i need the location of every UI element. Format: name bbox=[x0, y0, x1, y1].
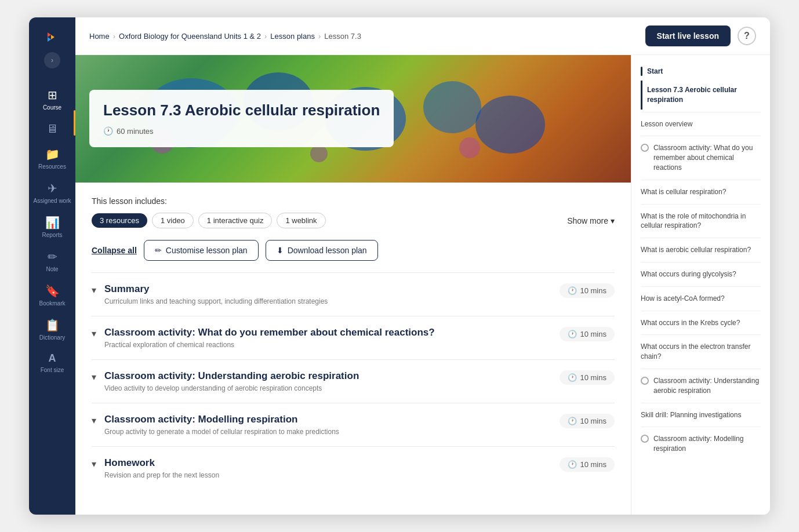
font-size-icon: A bbox=[49, 352, 56, 365]
customise-lesson-plan-button[interactable]: ✏ Customise lesson plan bbox=[144, 240, 259, 261]
sidebar-item-bookmark[interactable]: 🔖 Bookmark bbox=[29, 278, 75, 312]
clock-icon: 🕐 bbox=[103, 126, 113, 136]
sections-list: ▾ Summary Curriculum links and teaching … bbox=[92, 272, 615, 490]
sidebar-item-note[interactable]: ✏ Note bbox=[29, 244, 75, 278]
sidebar-toggle[interactable]: › bbox=[44, 52, 60, 68]
svg-marker-1 bbox=[51, 35, 55, 39]
start-live-lesson-button[interactable]: Start live lesson bbox=[645, 25, 731, 46]
tag-quiz[interactable]: 1 interactive quiz bbox=[198, 213, 273, 228]
rp-label-0: Lesson 7.3 Aerobic cellular respiration bbox=[647, 85, 761, 105]
section-desc-summary: Curriculum links and teaching support, i… bbox=[104, 297, 551, 305]
section-chevron-3[interactable]: ▾ bbox=[92, 415, 96, 426]
right-panel-start: Start bbox=[641, 67, 761, 76]
rp-divider-4 bbox=[641, 238, 761, 238]
breadcrumb-book[interactable]: Oxford Biology for Queensland Units 1 & … bbox=[119, 32, 261, 41]
collapse-all-button[interactable]: Collapse all bbox=[92, 246, 137, 255]
circle-indicator-2 bbox=[641, 144, 649, 152]
tag-weblink[interactable]: 1 weblink bbox=[277, 213, 325, 228]
sidebar-item-course[interactable]: ⊞ Course bbox=[29, 82, 75, 116]
circle-indicator-10 bbox=[641, 377, 649, 385]
rp-item-8[interactable]: What occurs in the Krebs cycle? bbox=[641, 314, 761, 333]
tag-video[interactable]: 1 video bbox=[152, 213, 194, 228]
rp-label-10: Classroom activity: Understanding aerobi… bbox=[653, 376, 761, 396]
sidebar-item-course-label: Course bbox=[43, 104, 61, 111]
download-icon: ⬇ bbox=[277, 246, 284, 255]
rp-label-8: What occurs in the Krebs cycle? bbox=[641, 318, 740, 328]
breadcrumb-lesson-plans[interactable]: Lesson plans bbox=[270, 32, 315, 41]
rp-item-10[interactable]: Classroom activity: Understanding aerobi… bbox=[641, 371, 761, 400]
rp-item-11[interactable]: Skill drill: Planning investigations bbox=[641, 406, 761, 425]
section-info-summary: Summary Curriculum links and teaching su… bbox=[104, 283, 551, 305]
sidebar-item-dictionary[interactable]: 📋 Dictionary bbox=[29, 312, 75, 347]
actions-row: Collapse all ✏ Customise lesson plan ⬇ D… bbox=[92, 240, 615, 261]
rp-divider-11 bbox=[641, 427, 761, 427]
sidebar: › ⊞ Course 🖥 📁 Resources ✈ Assigned work… bbox=[29, 17, 75, 515]
reports-icon: 📊 bbox=[45, 216, 60, 229]
sidebar-item-assigned-work[interactable]: ✈ Assigned work bbox=[29, 176, 75, 210]
course-icon: ⊞ bbox=[48, 88, 57, 102]
section-time-summary: 🕐 10 mins bbox=[560, 283, 615, 298]
section-title-hw: Homework bbox=[104, 457, 551, 469]
sidebar-item-font-size[interactable]: A Font size bbox=[29, 347, 75, 379]
section-chevron-summary[interactable]: ▾ bbox=[92, 285, 96, 296]
section-classroom3: ▾ Classroom activity: Modelling respirat… bbox=[92, 403, 615, 446]
breadcrumb-home[interactable]: Home bbox=[89, 32, 110, 41]
sidebar-item-assigned-label: Assigned work bbox=[33, 198, 71, 204]
rp-item-7[interactable]: How is acetyl-CoA formed? bbox=[641, 289, 761, 308]
tag-resources[interactable]: 3 resources bbox=[92, 213, 147, 228]
section-mins-2: 10 mins bbox=[580, 373, 606, 382]
show-more-button[interactable]: Show more ▾ bbox=[567, 216, 615, 225]
rp-divider-3 bbox=[641, 204, 761, 205]
includes-label: This lesson includes: bbox=[92, 196, 615, 206]
section-homework: ▾ Homework Revision and prep for the nex… bbox=[92, 446, 615, 490]
rp-divider-2 bbox=[641, 180, 761, 180]
section-desc-2: Video activity to develop understanding … bbox=[104, 384, 551, 392]
section-classroom2: ▾ Classroom activity: Understanding aero… bbox=[92, 359, 615, 403]
lesson-body: This lesson includes: 3 resources 1 vide… bbox=[75, 183, 631, 504]
download-lesson-plan-button[interactable]: ⬇ Download lesson plan bbox=[266, 240, 378, 261]
sidebar-item-reports[interactable]: 📊 Reports bbox=[29, 210, 75, 244]
customise-label: Customise lesson plan bbox=[166, 246, 248, 255]
section-mins-3: 10 mins bbox=[580, 417, 606, 425]
rp-item-0[interactable]: Lesson 7.3 Aerobic cellular respiration bbox=[641, 81, 761, 110]
rp-item-6[interactable]: What occurs during glycolysis? bbox=[641, 265, 761, 284]
sidebar-item-note-label: Note bbox=[46, 266, 58, 272]
sidebar-item-teach[interactable]: 🖥 bbox=[29, 116, 75, 141]
section-title-summary: Summary bbox=[104, 283, 551, 295]
svg-marker-2 bbox=[48, 37, 51, 42]
clock-icon-1: 🕐 bbox=[568, 330, 577, 338]
section-time-2: 🕐 10 mins bbox=[560, 370, 615, 385]
section-chevron-1[interactable]: ▾ bbox=[92, 328, 96, 339]
section-time-3: 🕐 10 mins bbox=[560, 414, 615, 428]
section-info-hw: Homework Revision and prep for the next … bbox=[104, 457, 551, 479]
rp-label-12: Classroom activity: Modelling respiratio… bbox=[653, 434, 761, 454]
rp-item-1[interactable]: Lesson overview bbox=[641, 115, 761, 134]
sidebar-item-reports-label: Reports bbox=[42, 232, 62, 238]
sidebar-item-dictionary-label: Dictionary bbox=[39, 334, 65, 341]
header-bar: Home › Oxford Biology for Queensland Uni… bbox=[75, 17, 770, 55]
rp-divider-0 bbox=[641, 112, 761, 112]
main-area: Home › Oxford Biology for Queensland Uni… bbox=[75, 17, 770, 515]
lesson-info-card: Lesson 7.3 Aerobic cellular respiration … bbox=[89, 90, 394, 147]
tags-row: 3 resources 1 video 1 interactive quiz 1… bbox=[92, 213, 615, 228]
rp-item-12[interactable]: Classroom activity: Modelling respiratio… bbox=[641, 429, 761, 458]
sidebar-item-resources[interactable]: 📁 Resources bbox=[29, 141, 75, 176]
rp-item-3[interactable]: What is cellular respiration? bbox=[641, 183, 761, 202]
rp-label-6: What occurs during glycolysis? bbox=[641, 269, 736, 279]
section-desc-1: Practical exploration of chemical reacti… bbox=[104, 341, 551, 349]
rp-item-2[interactable]: Classroom activity: What do you remember… bbox=[641, 139, 761, 177]
rp-item-4[interactable]: What is the role of mitochondria in cell… bbox=[641, 207, 761, 236]
start-label: Start bbox=[647, 67, 663, 75]
rp-item-5[interactable]: What is aerobic cellular respiration? bbox=[641, 241, 761, 260]
rp-divider-9 bbox=[641, 369, 761, 369]
section-chevron-hw[interactable]: ▾ bbox=[92, 458, 96, 469]
lesson-title: Lesson 7.3 Aerobic cellular respiration bbox=[103, 101, 380, 119]
rp-label-11: Skill drill: Planning investigations bbox=[641, 410, 741, 420]
teach-icon: 🖥 bbox=[46, 122, 58, 136]
svg-marker-0 bbox=[48, 32, 51, 37]
clock-icon-summary: 🕐 bbox=[568, 286, 577, 295]
help-button[interactable]: ? bbox=[738, 27, 756, 45]
section-chevron-2[interactable]: ▾ bbox=[92, 371, 96, 382]
resources-icon: 📁 bbox=[45, 147, 60, 161]
rp-item-9[interactable]: What occurs in the electron transfer cha… bbox=[641, 337, 761, 366]
